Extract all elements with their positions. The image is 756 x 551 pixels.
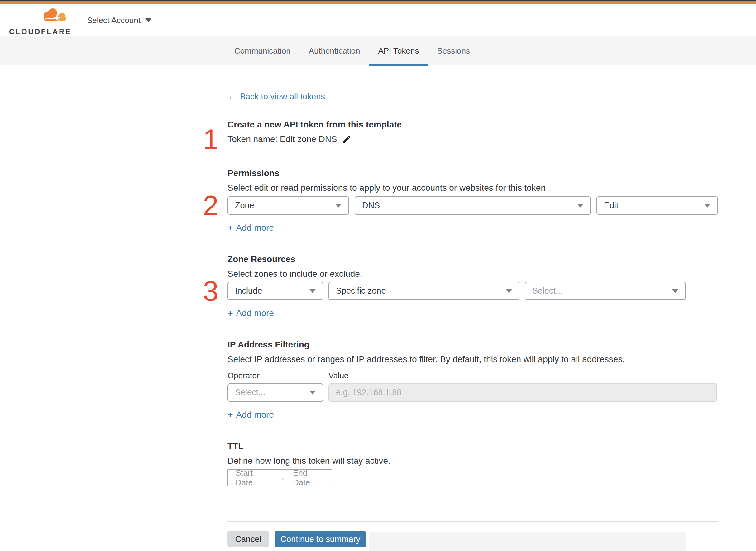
step-marker-2: 2 bbox=[203, 192, 218, 220]
account-selector[interactable]: Select Account bbox=[87, 4, 151, 36]
footer-ghost-panel bbox=[368, 532, 686, 551]
ip-value-input[interactable] bbox=[328, 383, 717, 402]
ttl-description: Define how long this token will stay act… bbox=[227, 456, 718, 466]
zone-picker-select[interactable]: Select... bbox=[525, 282, 686, 300]
back-link-label: Back to view all tokens bbox=[240, 92, 325, 102]
add-more-label: Add more bbox=[236, 308, 274, 319]
main-content: ← Back to view all tokens Create a new A… bbox=[227, 65, 718, 547]
permissions-add-more-link[interactable]: + Add more bbox=[227, 222, 274, 233]
caret-down-icon bbox=[506, 289, 512, 293]
tab-label: API Tokens bbox=[378, 46, 419, 56]
permission-scope-select[interactable]: Zone bbox=[227, 196, 349, 215]
tab-label: Communication bbox=[234, 46, 291, 56]
permissions-description: Select edit or read permissions to apply… bbox=[227, 183, 718, 193]
ip-filtering-heading: IP Address Filtering bbox=[227, 339, 718, 350]
continue-to-summary-button[interactable]: Continue to summary bbox=[274, 531, 366, 547]
token-name-row: 1 Token name: Edit zone DNS bbox=[227, 134, 351, 145]
caret-down-icon bbox=[309, 391, 316, 395]
cloudflare-cloud-icon bbox=[40, 8, 69, 24]
tab-api-tokens[interactable]: API Tokens bbox=[378, 36, 419, 66]
tab-label: Sessions bbox=[437, 46, 470, 56]
caret-down-icon bbox=[672, 289, 678, 293]
arrow-right-icon: → bbox=[277, 473, 285, 483]
permission-scope-value: Zone bbox=[235, 201, 254, 210]
ttl-date-range-picker[interactable]: Start Date → End Date bbox=[227, 469, 332, 486]
ip-operator-select[interactable]: Select... bbox=[227, 383, 323, 402]
token-name-text: Token name: Edit zone DNS bbox=[227, 134, 337, 145]
start-date-placeholder: Start Date bbox=[235, 468, 269, 487]
tab-label: Authentication bbox=[309, 46, 360, 56]
permission-access-select[interactable]: Edit bbox=[597, 196, 718, 215]
value-label: Value bbox=[328, 371, 349, 381]
page-title: Create a new API token from this templat… bbox=[227, 119, 718, 130]
ip-filtering-description: Select IP addresses or ranges of IP addr… bbox=[227, 354, 718, 365]
permission-service-select[interactable]: DNS bbox=[354, 196, 591, 215]
caret-down-icon bbox=[309, 289, 316, 293]
tab-sessions[interactable]: Sessions bbox=[437, 36, 470, 66]
footer-divider bbox=[227, 521, 718, 522]
add-more-label: Add more bbox=[236, 222, 274, 233]
app-header: CLOUDFLARE Select Account bbox=[0, 4, 756, 36]
zone-type-value: Specific zone bbox=[336, 286, 386, 296]
ip-filtering-section: IP Address Filtering Select IP addresses… bbox=[227, 339, 718, 420]
plus-icon: + bbox=[227, 410, 233, 420]
back-arrow-icon: ← bbox=[227, 92, 236, 102]
end-date-placeholder: End Date bbox=[293, 468, 324, 487]
permissions-section: Permissions Select edit or read permissi… bbox=[227, 168, 718, 233]
cloudflare-wordmark: CLOUDFLARE bbox=[9, 27, 71, 36]
add-more-label: Add more bbox=[236, 410, 274, 420]
brand-accent-bar bbox=[0, 1, 756, 4]
tab-bar: Communication Authentication API Tokens … bbox=[0, 36, 756, 65]
operator-label: Operator bbox=[227, 371, 323, 381]
permission-access-value: Edit bbox=[604, 201, 619, 210]
step-marker-1: 1 bbox=[203, 125, 218, 153]
ip-operator-placeholder: Select... bbox=[235, 388, 265, 397]
zone-resources-description: Select zones to include or exclude. bbox=[227, 268, 718, 279]
ip-filtering-row: Select... bbox=[227, 383, 718, 402]
chevron-down-icon bbox=[145, 18, 151, 22]
zone-picker-placeholder: Select... bbox=[532, 286, 563, 296]
plus-icon: + bbox=[227, 308, 233, 319]
zone-resources-heading: Zone Resources bbox=[227, 254, 718, 265]
cancel-button[interactable]: Cancel bbox=[227, 531, 269, 547]
zone-mode-select[interactable]: Include bbox=[227, 282, 323, 300]
plus-icon: + bbox=[227, 222, 233, 233]
tab-authentication[interactable]: Authentication bbox=[309, 36, 360, 66]
back-to-tokens-link[interactable]: ← Back to view all tokens bbox=[227, 92, 325, 102]
ip-filtering-add-more-link[interactable]: + Add more bbox=[227, 410, 274, 420]
zone-resources-section: Zone Resources Select zones to include o… bbox=[227, 254, 718, 319]
tab-communication[interactable]: Communication bbox=[234, 36, 291, 66]
permission-service-value: DNS bbox=[362, 201, 380, 210]
zone-mode-value: Include bbox=[235, 286, 262, 296]
permissions-row: 2 Zone DNS Edit bbox=[227, 196, 718, 215]
zone-resources-row: 3 Include Specific zone Select... bbox=[227, 282, 718, 300]
step-marker-3: 3 bbox=[203, 277, 218, 305]
zone-type-select[interactable]: Specific zone bbox=[328, 282, 520, 300]
edit-token-name-icon[interactable] bbox=[342, 135, 351, 144]
ip-filtering-labels-row: Operator Value bbox=[227, 371, 718, 381]
caret-down-icon bbox=[704, 204, 711, 207]
zone-resources-add-more-link[interactable]: + Add more bbox=[227, 308, 274, 319]
account-selector-label: Select Account bbox=[87, 16, 140, 25]
caret-down-icon bbox=[577, 204, 583, 207]
ttl-section: TTL Define how long this token will stay… bbox=[227, 441, 718, 486]
caret-down-icon bbox=[335, 204, 341, 207]
cloudflare-logo[interactable]: CLOUDFLARE bbox=[9, 8, 81, 35]
ttl-heading: TTL bbox=[227, 441, 718, 452]
permissions-heading: Permissions bbox=[227, 168, 718, 179]
